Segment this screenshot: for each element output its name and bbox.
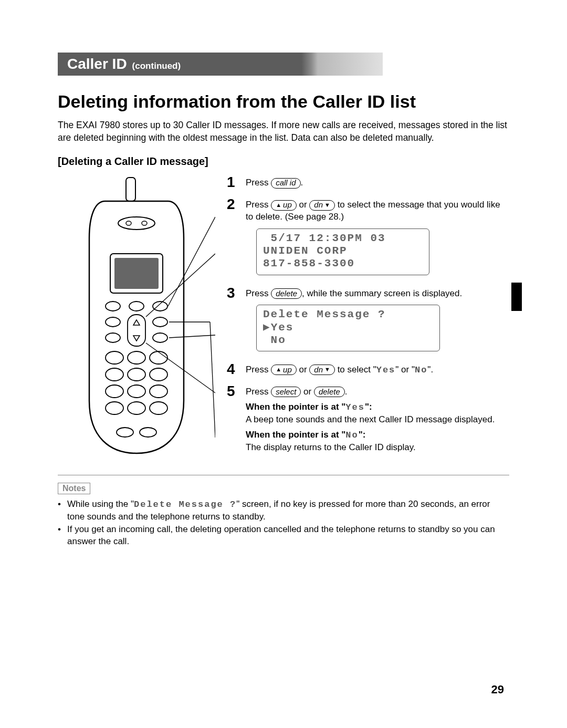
svg-point-25: [150, 402, 167, 414]
svg-point-16: [150, 351, 167, 364]
svg-point-21: [128, 385, 145, 398]
step-text: ".: [427, 365, 433, 375]
key-dn: dn▼: [309, 200, 335, 211]
intro-paragraph: The EXAI 7980 stores up to 30 Caller ID …: [58, 119, 509, 144]
result-body: A beep tone sounds and the next Caller I…: [246, 414, 509, 426]
step-text: Press: [246, 365, 271, 375]
lcd-line: 5/17 12:30PM 03: [263, 232, 423, 245]
step-text: to select ": [335, 365, 376, 375]
mono-delete-message: Delete Message ?: [134, 500, 236, 509]
svg-line-30: [169, 335, 215, 338]
side-tab: [511, 283, 522, 311]
step-text: Press: [246, 200, 271, 210]
key-up: ▲up: [271, 200, 297, 211]
result-lead-tail: ":: [365, 402, 372, 412]
divider: [58, 475, 509, 475]
step-number: 1: [227, 175, 238, 190]
result-lead-tail: ":: [359, 430, 366, 440]
key-select: select: [271, 387, 301, 397]
step-text: Press: [246, 288, 271, 298]
step-1: 1 Press call id.: [227, 175, 509, 190]
step-text: Press: [246, 387, 271, 397]
phone-illustration: [58, 175, 215, 461]
result-yes: When the pointer is at "Yes": A beep ton…: [246, 401, 509, 426]
step-4: 4 Press ▲up or dn▼ to select "Yes" or "N…: [227, 362, 509, 377]
lcd-line: UNIDEN CORP: [263, 245, 423, 257]
notes-list: While using the "Delete Message ?" scree…: [58, 498, 509, 548]
result-body: The display returns to the Caller ID dis…: [246, 442, 509, 454]
lcd-line: No: [263, 334, 433, 347]
result-no: When the pointer is at "No": The display…: [246, 429, 509, 454]
svg-point-20: [106, 385, 123, 398]
svg-point-23: [106, 402, 123, 414]
svg-point-15: [128, 351, 145, 364]
step-number: 4: [227, 362, 238, 377]
key-up: ▲up: [271, 365, 297, 375]
step-text: Press: [246, 178, 271, 188]
step-number: 2: [227, 197, 238, 212]
step-text: or: [301, 387, 314, 397]
key-delete: delete: [271, 288, 302, 299]
lcd-line: ▶Yes: [263, 321, 433, 334]
section-title: Caller ID: [67, 56, 127, 72]
page-title: Deleting information from the Caller ID …: [58, 91, 509, 112]
note-item: If you get an incoming call, the deletin…: [58, 524, 509, 548]
step-2: 2 Press ▲up or dn▼ to select the message…: [227, 197, 509, 278]
svg-point-26: [117, 428, 133, 437]
svg-point-6: [106, 301, 120, 311]
svg-rect-0: [126, 178, 135, 201]
svg-point-1: [118, 217, 155, 230]
svg-line-28: [168, 217, 215, 306]
svg-point-18: [128, 368, 145, 381]
svg-point-7: [129, 301, 144, 311]
step-text: " or ": [395, 365, 415, 375]
svg-point-3: [142, 221, 147, 225]
lcd-display: 5/17 12:30PM 03 UNIDEN CORP 817-858-3300: [256, 228, 429, 275]
svg-point-24: [128, 402, 145, 414]
sub-heading: [Deleting a Caller ID message]: [58, 155, 509, 168]
lcd-line: Delete Message ?: [263, 308, 433, 321]
svg-point-12: [106, 333, 120, 342]
svg-point-13: [153, 333, 167, 342]
step-5: 5 Press select or delete. When the point…: [227, 384, 509, 454]
note-item: While using the "Delete Message ?" scree…: [58, 498, 509, 523]
svg-point-19: [150, 368, 167, 381]
section-subtitle: (continued): [132, 61, 181, 71]
svg-rect-5: [114, 258, 159, 289]
key-dn: dn▼: [309, 365, 335, 375]
key-delete: delete: [314, 387, 345, 397]
step-number: 5: [227, 384, 238, 399]
svg-point-9: [106, 317, 120, 327]
note-text: While using the ": [67, 499, 134, 509]
svg-point-11: [153, 317, 167, 327]
mono-yes: Yes: [376, 365, 396, 375]
step-text: .: [301, 178, 303, 188]
page-number: 29: [491, 683, 504, 696]
key-call-id: call id: [271, 178, 300, 189]
svg-point-17: [106, 368, 123, 381]
mono-no: No: [345, 430, 358, 440]
lcd-display: Delete Message ? ▶Yes No: [256, 305, 440, 351]
svg-point-22: [150, 385, 167, 398]
svg-point-2: [126, 221, 131, 225]
step-text: or: [297, 365, 310, 375]
step-text: .: [345, 387, 348, 397]
mono-yes: Yes: [345, 402, 365, 412]
lcd-line: 817-858-3300: [263, 257, 423, 270]
svg-point-27: [140, 428, 156, 437]
step-text: or: [297, 200, 310, 210]
section-header: Caller ID (continued): [58, 53, 383, 76]
svg-point-8: [153, 301, 167, 311]
result-lead: When the pointer is at ": [246, 402, 345, 412]
notes-label: Notes: [58, 483, 90, 494]
step-number: 3: [227, 286, 238, 300]
mono-no: No: [415, 365, 427, 375]
svg-point-14: [106, 351, 123, 364]
step-3: 3 Press delete, while the summary screen…: [227, 286, 509, 355]
result-lead: When the pointer is at ": [246, 430, 345, 440]
svg-line-33: [210, 322, 215, 438]
step-text: , while the summary screen is displayed.: [302, 288, 462, 298]
